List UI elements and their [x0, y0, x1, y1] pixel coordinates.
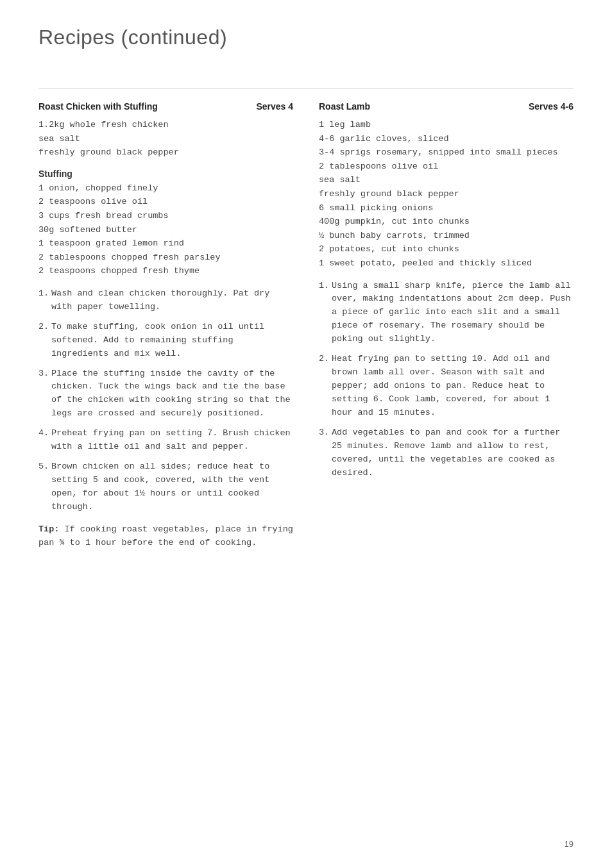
list-item: 2. Heat frying pan to setting 10. Add oi… [319, 353, 574, 420]
step-text: To make stuffing, cook onion in oil unti… [51, 322, 264, 358]
lamb-recipe-serves: Serves 4-6 [529, 101, 574, 112]
tip-content: If cooking roast vegetables, place in fr… [38, 524, 293, 547]
chicken-recipe: Roast Chicken with Stuffing Serves 4 1.2… [38, 101, 293, 550]
list-item: 1. Using a small sharp knife, pierce the… [319, 280, 574, 347]
step-text: Heat frying pan to setting 10. Add oil a… [332, 354, 550, 417]
list-item: 2 teaspoons olive oil [38, 195, 293, 209]
chicken-recipe-serves: Serves 4 [256, 101, 293, 112]
list-item: 4-6 garlic cloves, sliced [319, 132, 574, 146]
step-number: 2. [38, 321, 49, 334]
lamb-recipe-header: Roast Lamb Serves 4-6 [319, 101, 574, 112]
list-item: 3. Add vegetables to pan and cook for a … [319, 426, 574, 480]
list-item: 2 tablespoons olive oil [319, 160, 574, 174]
tip-label: Tip: [38, 524, 59, 534]
step-text: Add vegetables to pan and cook for a fur… [332, 428, 560, 478]
chicken-stuffing-ingredients: 1 onion, chopped finely 2 teaspoons oliv… [38, 181, 293, 278]
lamb-recipe: Roast Lamb Serves 4-6 1 leg lamb 4-6 gar… [319, 101, 574, 550]
page-number: 19 [565, 839, 574, 849]
list-item: 2. To make stuffing, cook onion in oil u… [38, 321, 293, 361]
recipes-grid: Roast Chicken with Stuffing Serves 4 1.2… [38, 88, 574, 550]
list-item: 5. Brown chicken on all sides; reduce he… [38, 460, 293, 514]
lamb-ingredients: 1 leg lamb 4-6 garlic cloves, sliced 3-4… [319, 118, 574, 271]
list-item: 4. Preheat frying pan on setting 7. Brus… [38, 427, 293, 454]
list-item: 3 cups fresh bread crumbs [38, 209, 293, 223]
list-item: 2 tablespoons chopped fresh parsley [38, 251, 293, 265]
list-item: 6 small picking onions [319, 201, 574, 215]
list-item: 2 potatoes, cut into chunks [319, 242, 574, 256]
chicken-recipe-title: Roast Chicken with Stuffing [38, 101, 158, 112]
page-title: Recipes (continued) [38, 26, 574, 49]
step-text: Preheat frying pan on setting 7. Brush c… [51, 428, 291, 451]
step-text: Brown chicken on all sides; reduce heat … [51, 462, 269, 512]
list-item: 1 sweet potato, peeled and thickly slice… [319, 256, 574, 271]
list-item: 2 teaspoons chopped fresh thyme [38, 264, 293, 278]
list-item: 1 leg lamb [319, 118, 574, 132]
list-item: freshly ground black pepper [38, 146, 293, 160]
list-item: 3-4 sprigs rosemary, snipped into small … [319, 146, 574, 160]
list-item: freshly ground black pepper [319, 187, 574, 201]
step-number: 3. [319, 426, 329, 440]
step-number: 1. [319, 280, 329, 293]
step-number: 2. [319, 353, 329, 366]
chicken-instructions: 1. Wash and clean chicken thoroughly. Pa… [38, 287, 293, 514]
list-item: ½ bunch baby carrots, trimmed [319, 229, 574, 243]
list-item: sea salt [319, 173, 574, 187]
list-item: 30g softened butter [38, 223, 293, 237]
list-item: 1 teaspoon grated lemon rind [38, 237, 293, 251]
lamb-recipe-title: Roast Lamb [319, 101, 370, 112]
list-item: sea salt [38, 132, 293, 146]
list-item: 1 onion, chopped finely [38, 181, 293, 196]
list-item: 400g pumpkin, cut into chunks [319, 215, 574, 229]
list-item: 3. Place the stuffing inside the cavity … [38, 367, 293, 421]
step-text: Using a small sharp knife, pierce the la… [332, 281, 571, 344]
chicken-recipe-header: Roast Chicken with Stuffing Serves 4 [38, 101, 293, 112]
stuffing-heading: Stuffing [38, 169, 293, 179]
step-text: Place the stuffing inside the cavity of … [51, 369, 291, 419]
list-item: 1. Wash and clean chicken thoroughly. Pa… [38, 287, 293, 314]
step-text: Wash and clean chicken thoroughly. Pat d… [51, 288, 269, 312]
lamb-instructions: 1. Using a small sharp knife, pierce the… [319, 280, 574, 480]
step-number: 1. [38, 287, 49, 301]
step-number: 4. [38, 427, 49, 440]
step-number: 5. [38, 460, 49, 474]
step-number: 3. [38, 367, 49, 381]
list-item: 1.2kg whole fresh chicken [38, 118, 293, 132]
page-container: Recipes (continued) Roast Chicken with S… [0, 0, 612, 588]
chicken-main-ingredients: 1.2kg whole fresh chicken sea salt fresh… [38, 118, 293, 160]
chicken-tip: Tip: If cooking roast vegetables, place … [38, 523, 293, 550]
